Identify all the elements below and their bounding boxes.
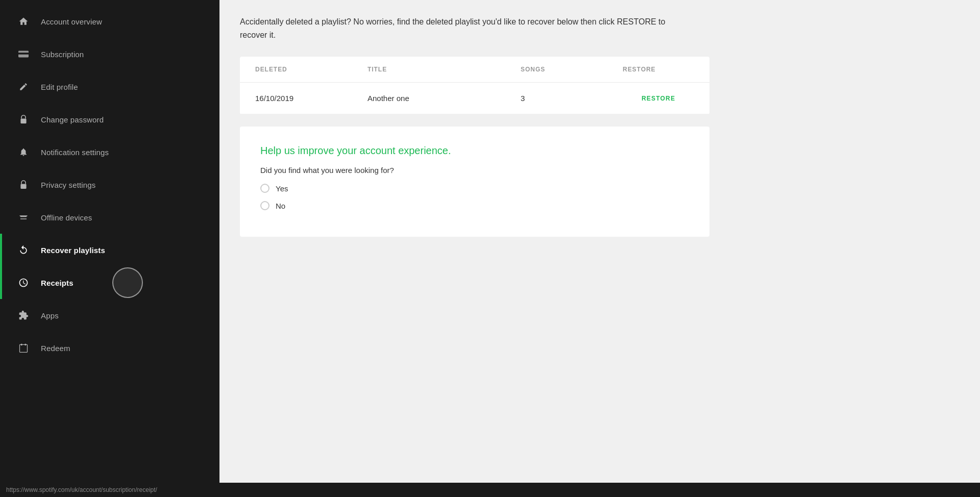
- cell-songs: 3: [521, 94, 623, 103]
- svg-rect-5: [21, 344, 22, 345]
- radio-label-yes: Yes: [276, 184, 288, 193]
- sidebar-label-edit-profile: Edit profile: [41, 83, 78, 91]
- feedback-question: Did you find what you were looking for?: [260, 166, 689, 175]
- sidebar-label-change-password: Change password: [41, 115, 104, 124]
- status-bar: https://www.spotify.com/uk/account/subsc…: [0, 483, 980, 497]
- sidebar-item-change-password[interactable]: Change password: [0, 103, 219, 136]
- cell-title: Another one: [368, 94, 521, 103]
- receipts-icon: [16, 276, 31, 290]
- edit-icon: [16, 80, 31, 94]
- svg-rect-4: [20, 344, 28, 352]
- header-title: TITLE: [368, 66, 521, 73]
- sidebar-item-privacy-settings[interactable]: Privacy settings: [0, 168, 219, 201]
- radio-label-no: No: [276, 202, 285, 210]
- bell-icon: [16, 145, 31, 159]
- sidebar-label-privacy-settings: Privacy settings: [41, 181, 95, 189]
- svg-rect-6: [25, 344, 27, 345]
- home-icon: [16, 14, 31, 29]
- sidebar-label-recover-playlists: Recover playlists: [41, 246, 105, 255]
- feedback-title: Help us improve your account experience.: [260, 145, 689, 157]
- radio-circle-no: [260, 201, 270, 210]
- svg-rect-1: [18, 53, 29, 55]
- lock-icon: [16, 112, 31, 127]
- header-songs: SONGS: [521, 66, 623, 73]
- table-row: 16/10/2019 Another one 3 RESTORE: [240, 83, 709, 114]
- sidebar-item-edit-profile[interactable]: Edit profile: [0, 70, 219, 103]
- sidebar-item-apps[interactable]: Apps: [0, 299, 219, 332]
- sidebar-label-receipts: Receipts: [41, 279, 74, 287]
- sidebar-item-receipts[interactable]: Receipts: [0, 266, 219, 299]
- sidebar-label-redeem: Redeem: [41, 344, 70, 353]
- sidebar-label-apps: Apps: [41, 311, 59, 320]
- svg-rect-3: [20, 184, 26, 189]
- privacy-icon: [16, 178, 31, 192]
- redeem-icon: [16, 341, 31, 355]
- restore-button[interactable]: RESTORE: [623, 95, 694, 102]
- feedback-card: Help us improve your account experience.…: [240, 127, 709, 237]
- svg-rect-2: [20, 118, 26, 123]
- subscription-icon: [16, 47, 31, 61]
- sidebar-item-subscription[interactable]: Subscription: [0, 38, 219, 70]
- recover-playlists-icon: [16, 243, 31, 257]
- radio-yes[interactable]: Yes: [260, 184, 689, 193]
- sidebar-label-offline-devices: Offline devices: [41, 213, 92, 222]
- header-deleted: DELETED: [255, 66, 368, 73]
- sidebar-item-offline-devices[interactable]: Offline devices: [0, 201, 219, 234]
- cell-deleted-date: 16/10/2019: [255, 94, 368, 103]
- sidebar-label-notification-settings: Notification settings: [41, 148, 109, 157]
- cursor-circle: [112, 267, 143, 298]
- status-url: https://www.spotify.com/uk/account/subsc…: [6, 486, 157, 493]
- playlists-table-card: DELETED TITLE SONGS RESTORE 16/10/2019 A…: [240, 57, 709, 114]
- radio-no[interactable]: No: [260, 201, 689, 210]
- sidebar-item-notification-settings[interactable]: Notification settings: [0, 136, 219, 168]
- intro-text: Accidentally deleted a playlist? No worr…: [240, 15, 679, 41]
- header-restore: RESTORE: [623, 66, 694, 73]
- radio-circle-yes: [260, 184, 270, 193]
- sidebar-label-account-overview: Account overview: [41, 17, 102, 26]
- sidebar-item-recover-playlists[interactable]: Recover playlists: [0, 234, 219, 266]
- content-area: Accidentally deleted a playlist? No worr…: [219, 0, 980, 483]
- sidebar-item-account-overview[interactable]: Account overview: [0, 5, 219, 38]
- apps-icon: [16, 308, 31, 322]
- table-header: DELETED TITLE SONGS RESTORE: [240, 57, 709, 83]
- offline-devices-icon: [16, 210, 31, 225]
- sidebar-label-subscription: Subscription: [41, 50, 84, 59]
- sidebar-item-redeem[interactable]: Redeem: [0, 332, 219, 364]
- sidebar: Account overview Subscription Edit profi…: [0, 0, 219, 483]
